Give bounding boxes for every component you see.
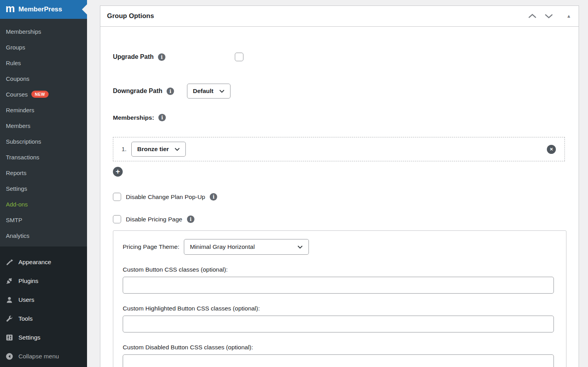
downgrade-path-row: Downgrade Path i Default bbox=[113, 84, 564, 99]
disable-change-plan-checkbox[interactable] bbox=[113, 193, 121, 201]
info-icon[interactable]: i bbox=[158, 114, 166, 121]
custom-button-label: Custom Button CSS classes (optional): bbox=[123, 266, 557, 273]
disable-pricing-page-row: Disable Pricing Page i bbox=[113, 215, 564, 223]
membership-row[interactable]: 1. Bronze tier ✕ bbox=[113, 137, 565, 161]
add-membership-button[interactable]: + bbox=[113, 167, 123, 177]
sidebar-item-groups[interactable]: Groups bbox=[0, 39, 87, 55]
brand-name: MemberPress bbox=[18, 5, 62, 13]
info-icon[interactable]: i bbox=[187, 215, 194, 223]
info-icon[interactable]: i bbox=[167, 88, 174, 95]
chevron-down-icon bbox=[174, 148, 180, 151]
sidebar-item-coupons[interactable]: Coupons bbox=[0, 71, 87, 86]
custom-disabled-group: Custom Disabled Button CSS classes (opti… bbox=[123, 344, 557, 367]
custom-disabled-input[interactable] bbox=[123, 354, 554, 367]
custom-button-input[interactable] bbox=[123, 277, 554, 294]
sidebar-item-plugins[interactable]: Plugins bbox=[0, 272, 87, 290]
pricing-theme-row: Pricing Page Theme: Minimal Gray Horizon… bbox=[123, 239, 557, 255]
user-icon bbox=[5, 296, 13, 304]
custom-highlighted-label: Custom Highlighted Button CSS classes (o… bbox=[123, 305, 557, 312]
sidebar-item-users[interactable]: Users bbox=[0, 290, 87, 309]
sidebar-item-reminders[interactable]: Reminders bbox=[0, 102, 87, 118]
custom-highlighted-input[interactable] bbox=[123, 316, 554, 332]
panel-header: Group Options ▲ bbox=[100, 6, 579, 27]
sidebar-item-appearance[interactable]: Appearance bbox=[0, 253, 87, 272]
sidebar-item-tools[interactable]: Tools bbox=[0, 309, 87, 328]
brush-icon bbox=[5, 258, 13, 267]
wp-admin-menu: Appearance Plugins Users Tools Settings bbox=[0, 246, 87, 366]
disable-pricing-page-checkbox[interactable] bbox=[113, 215, 121, 223]
custom-highlighted-group: Custom Highlighted Button CSS classes (o… bbox=[123, 305, 557, 332]
pricing-options-box: Pricing Page Theme: Minimal Gray Horizon… bbox=[113, 230, 566, 367]
upgrade-path-row: Upgrade Path i bbox=[113, 53, 564, 61]
sidebar-item-subscriptions[interactable]: Subscriptions bbox=[0, 133, 87, 149]
chevron-down-icon bbox=[297, 245, 303, 249]
collapse-panel-button[interactable]: ▲ bbox=[566, 13, 572, 20]
wrench-icon bbox=[5, 315, 13, 323]
sidebar-item-add-ons[interactable]: Add-ons bbox=[0, 196, 87, 212]
memberships-label-row: Memberships: i bbox=[113, 114, 564, 121]
sidebar-item-memberpress[interactable]: m MemberPress bbox=[0, 0, 87, 19]
panel-body: Upgrade Path i Downgrade Path i Default bbox=[100, 27, 579, 367]
new-badge: NEW bbox=[31, 91, 49, 98]
pricing-theme-label: Pricing Page Theme: bbox=[123, 243, 179, 250]
sidebar-item-analytics[interactable]: Analytics bbox=[0, 228, 87, 243]
sidebar-item-courses[interactable]: Courses NEW bbox=[0, 86, 87, 102]
disable-change-plan-row: Disable Change Plan Pop-Up i bbox=[113, 193, 564, 201]
admin-sidebar: m MemberPress Memberships Groups Rules C… bbox=[0, 0, 87, 367]
upgrade-path-checkbox[interactable] bbox=[235, 53, 243, 61]
collapse-arrow-icon bbox=[5, 352, 13, 361]
sidebar-item-settings[interactable]: Settings bbox=[0, 181, 87, 196]
sliders-icon bbox=[5, 334, 13, 342]
disable-change-plan-label: Disable Change Plan Pop-Up bbox=[126, 194, 205, 201]
sidebar-item-reports[interactable]: Reports bbox=[0, 165, 87, 181]
upgrade-path-label: Upgrade Path bbox=[113, 53, 154, 60]
sidebar-item-memberships[interactable]: Memberships bbox=[0, 24, 87, 39]
info-icon[interactable]: i bbox=[210, 193, 217, 201]
group-options-panel: Group Options ▲ Upgrade Path i bbox=[100, 5, 579, 367]
move-down-button[interactable] bbox=[544, 13, 554, 19]
sidebar-item-transactions[interactable]: Transactions bbox=[0, 149, 87, 165]
sidebar-item-members[interactable]: Members bbox=[0, 118, 87, 133]
memberpress-logo-icon: m bbox=[5, 4, 15, 14]
plug-icon bbox=[5, 277, 13, 285]
membership-select[interactable]: Bronze tier bbox=[131, 142, 186, 157]
remove-membership-button[interactable]: ✕ bbox=[547, 145, 556, 154]
membership-row-index: 1. bbox=[122, 146, 127, 153]
move-up-button[interactable] bbox=[527, 13, 537, 19]
custom-button-group: Custom Button CSS classes (optional): bbox=[123, 266, 557, 294]
downgrade-path-label: Downgrade Path bbox=[113, 88, 162, 95]
memberpress-submenu: Memberships Groups Rules Coupons Courses… bbox=[0, 19, 87, 246]
sidebar-item-settings-wp[interactable]: Settings bbox=[0, 328, 87, 347]
downgrade-path-select[interactable]: Default bbox=[187, 84, 230, 99]
chevron-down-icon bbox=[219, 89, 225, 93]
collapse-menu-button[interactable]: Collapse menu bbox=[0, 347, 87, 366]
custom-disabled-label: Custom Disabled Button CSS classes (opti… bbox=[123, 344, 557, 351]
sidebar-item-rules[interactable]: Rules bbox=[0, 55, 87, 71]
panel-title: Group Options bbox=[107, 12, 154, 20]
info-icon[interactable]: i bbox=[158, 53, 165, 61]
sidebar-item-smtp[interactable]: SMTP bbox=[0, 212, 87, 228]
pricing-theme-select[interactable]: Minimal Gray Horizontal bbox=[184, 239, 309, 255]
memberships-label: Memberships: bbox=[113, 114, 154, 121]
disable-pricing-page-label: Disable Pricing Page bbox=[126, 216, 182, 223]
main-content: Group Options ▲ Upgrade Path i bbox=[87, 0, 588, 367]
